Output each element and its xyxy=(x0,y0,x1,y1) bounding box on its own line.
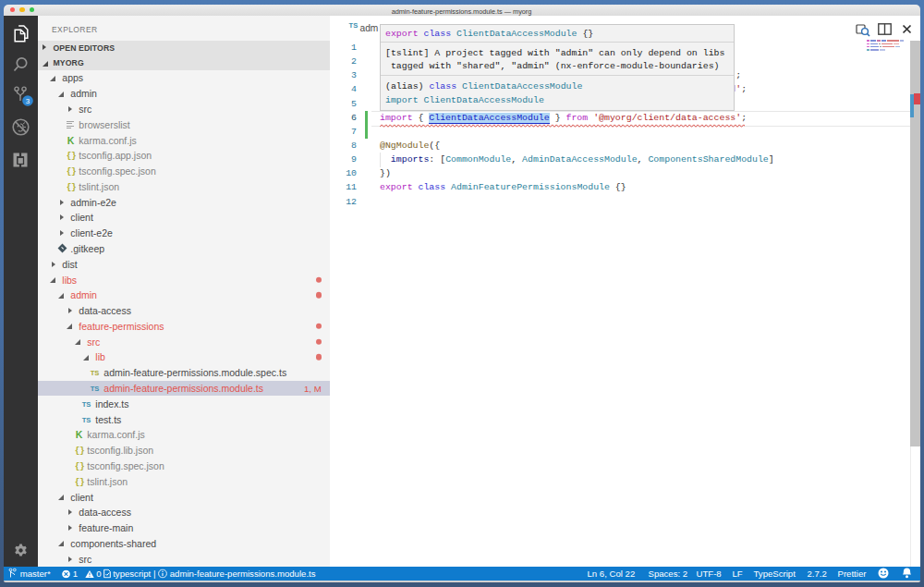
svg-text:3: 3 xyxy=(25,97,30,105)
